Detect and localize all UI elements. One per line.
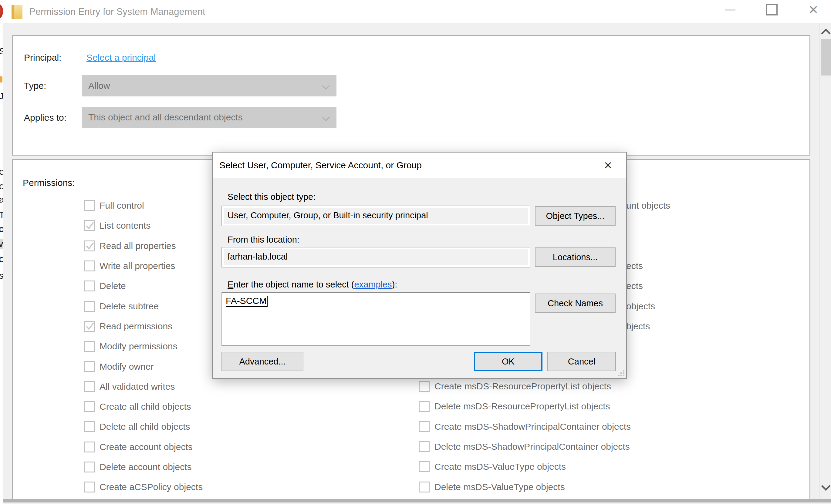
object-type-label: Select this object type: <box>228 191 316 202</box>
background-text-fragment: T <box>0 210 3 220</box>
cancel-button[interactable]: Cancel <box>547 352 616 371</box>
background-red-icon-fragment <box>0 4 3 18</box>
close-button[interactable]: ✕ <box>800 0 827 20</box>
checkbox[interactable] <box>84 220 95 231</box>
permission-row: Create account objects <box>84 437 203 457</box>
permission-label-fragment: ects <box>626 281 643 291</box>
minimize-icon <box>725 9 736 10</box>
checkbox[interactable] <box>84 321 95 332</box>
checkbox[interactable] <box>84 280 95 291</box>
chevron-down-icon <box>322 82 329 89</box>
scroll-down-icon[interactable] <box>821 481 830 491</box>
object-name-input[interactable]: FA-SCCM <box>222 292 530 346</box>
applies-to-value: This object and all descendant objects <box>88 107 243 128</box>
checkbox[interactable] <box>84 481 95 493</box>
close-icon: ✕ <box>604 159 612 171</box>
permission-row: All validated writes <box>84 377 203 397</box>
close-icon: ✕ <box>808 3 819 17</box>
checkbox[interactable] <box>84 261 95 271</box>
principal-label: Principal: <box>24 52 61 64</box>
checkbox[interactable] <box>419 441 430 452</box>
checkbox[interactable] <box>419 381 430 392</box>
ok-button[interactable]: OK <box>474 352 542 371</box>
permission-label: Full control <box>99 201 144 211</box>
checkbox[interactable] <box>84 442 95 452</box>
permission-row: Create all child objects <box>84 397 203 417</box>
permission-row: Delete account objects <box>84 457 203 477</box>
check-names-button[interactable]: Check Names <box>535 294 615 313</box>
permission-label: Delete all child objects <box>99 421 190 432</box>
background-text-fragment: a <box>0 195 3 205</box>
permission-row: Read permissions <box>84 316 203 336</box>
locations-button[interactable]: Locations... <box>535 247 615 267</box>
dialog-close-button[interactable]: ✕ <box>599 152 617 178</box>
permission-row: Modify permissions <box>84 336 203 356</box>
examples-link[interactable]: examples <box>354 279 392 289</box>
location-label: From this location: <box>228 234 299 245</box>
background-window-strip: SJeoaTcwos <box>0 0 3 504</box>
checkbox[interactable] <box>84 381 95 392</box>
minimize-button[interactable] <box>717 0 744 20</box>
select-user-dialog: Select User, Computer, Service Account, … <box>212 152 627 379</box>
permission-label: Create all child objects <box>99 402 191 412</box>
checkbox[interactable] <box>84 361 95 372</box>
object-type-value: User, Computer, Group, or Built-in secur… <box>228 206 428 225</box>
advanced-button[interactable]: Advanced... <box>222 352 304 371</box>
permission-label-fragment: ects <box>626 261 643 271</box>
checkbox[interactable] <box>84 200 95 211</box>
checkbox[interactable] <box>84 240 95 251</box>
object-type-field: User, Computer, Group, or Built-in secur… <box>222 206 530 226</box>
permission-row: Read all properties <box>84 236 203 256</box>
permission-label: Delete <box>99 281 126 291</box>
scrollbar-thumb[interactable] <box>821 39 831 76</box>
scroll-up-icon[interactable] <box>821 29 830 38</box>
checkbox[interactable] <box>84 301 95 312</box>
background-text-fragment: w <box>0 239 3 249</box>
dialog-titlebar: Select User, Computer, Service Account, … <box>213 152 626 178</box>
permission-label: Create msDS-ValueType objects <box>434 462 566 472</box>
checkbox[interactable] <box>419 461 430 472</box>
permission-row: Full control <box>84 196 203 216</box>
background-text-fragment: o <box>0 181 3 191</box>
permission-label: Create account objects <box>99 442 193 452</box>
object-name-label: Enter the object name to select (example… <box>228 279 397 290</box>
permission-label: Modify owner <box>99 361 153 372</box>
permission-row: Delete all child objects <box>84 417 203 437</box>
background-folder-icon-fragment <box>0 77 2 83</box>
maximize-button[interactable] <box>758 0 785 20</box>
select-principal-link[interactable]: Select a principal <box>86 52 155 64</box>
permission-row: Delete <box>84 276 203 296</box>
permission-label: Create aCSPolicy objects <box>99 482 203 492</box>
checkbox[interactable] <box>419 401 430 412</box>
background-text-fragment: o <box>0 254 3 264</box>
checkbox[interactable] <box>84 462 95 472</box>
permission-row: Modify owner <box>84 356 203 376</box>
permission-label: Write all properties <box>99 261 175 271</box>
object-name-label-suffix: ): <box>392 279 397 289</box>
permission-row: Write all properties <box>84 256 203 276</box>
object-types-button[interactable]: Object Types... <box>535 206 615 226</box>
permission-row: Delete msDS-ShadowPrincipalContainer obj… <box>419 437 631 457</box>
permissions-left-column: Full control List contents Read all prop… <box>84 196 203 497</box>
background-text-fragment: S <box>0 46 3 56</box>
background-text-fragment: c <box>0 224 3 234</box>
window-title: Permission Entry for System Management <box>29 0 205 23</box>
type-dropdown: Allow <box>82 75 337 96</box>
checkbox[interactable] <box>84 341 95 352</box>
vertical-scrollbar[interactable] <box>820 23 831 499</box>
permission-label: List contents <box>99 220 150 231</box>
permission-row: Create aCSPolicy objects <box>84 477 203 497</box>
location-value: farhan-lab.local <box>228 247 288 266</box>
checkbox[interactable] <box>419 481 430 493</box>
permission-row: List contents <box>84 216 203 236</box>
permission-label-fragment: bjects <box>626 321 650 331</box>
checkbox[interactable] <box>419 421 430 432</box>
permission-label: Delete msDS-ValueType objects <box>434 482 565 492</box>
checkbox[interactable] <box>84 421 95 432</box>
permissions-section-label: Permissions: <box>23 177 75 189</box>
permission-row: Create msDS-ValueType objects <box>419 457 631 477</box>
resize-grip-icon[interactable] <box>617 369 624 376</box>
permission-row: Delete msDS-ResourcePropertyList objects <box>419 396 631 416</box>
checkbox[interactable] <box>84 401 95 412</box>
location-field: farhan-lab.local <box>222 247 530 267</box>
